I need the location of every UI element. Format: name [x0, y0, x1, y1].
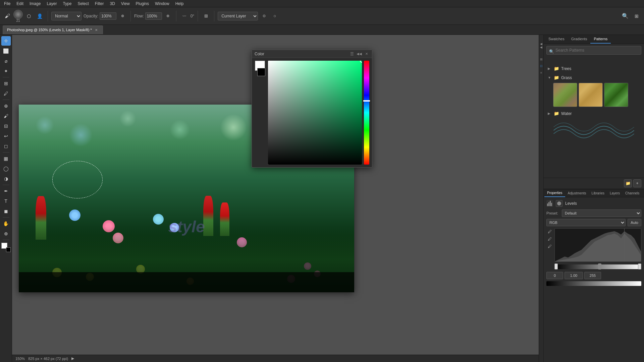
flow-group: Flow: ⊛: [134, 11, 173, 21]
color-gradient-box[interactable]: [268, 61, 362, 165]
tab-gradients[interactable]: Gradients: [568, 35, 591, 44]
tab-swatches[interactable]: Swatches: [545, 35, 568, 44]
lasso-tool[interactable]: ⌀: [1, 56, 11, 66]
symmetry-btn[interactable]: ⊞: [201, 11, 211, 21]
prop-tab-adjustments[interactable]: Adjustments: [565, 190, 589, 197]
opacity-input[interactable]: [100, 12, 116, 20]
water-group-header[interactable]: ▶ 📁 Water: [546, 110, 641, 117]
pattern-search-input[interactable]: [546, 46, 641, 55]
new-folder-btn[interactable]: 📁: [624, 179, 632, 187]
tool-sep-6: [3, 240, 9, 240]
search-btn[interactable]: 🔍: [621, 11, 630, 21]
smoothing-btn[interactable]: 〰: [180, 11, 189, 21]
sample-highlights-btn[interactable]: 🖊: [546, 243, 553, 250]
prop-tab-layers[interactable]: Layers: [607, 190, 623, 197]
histogram-area: [554, 228, 641, 270]
tool-preset-btn[interactable]: 👤: [35, 11, 44, 21]
add-pattern-btn[interactable]: +: [633, 179, 641, 187]
pen-tool[interactable]: ✒: [1, 186, 11, 196]
dodge-tool[interactable]: ◑: [1, 174, 11, 183]
hand-tool[interactable]: ✋: [1, 219, 11, 228]
tab-patterns[interactable]: Patterns: [590, 35, 611, 44]
shadow-input-value[interactable]: [546, 272, 563, 279]
gradient-input-slider[interactable]: [554, 264, 641, 269]
menu-select[interactable]: Select: [75, 1, 91, 7]
status-bar: 150% 825 px × 462 px (72 ppi) ▶: [12, 355, 539, 362]
grass-swatch-2[interactable]: [579, 83, 603, 107]
prop-tab-properties[interactable]: Properties: [544, 189, 565, 197]
bg-color-swatch[interactable]: [6, 247, 11, 252]
layer-target-options-btn[interactable]: ⊙: [259, 11, 269, 21]
heal-tool[interactable]: ⊕: [1, 101, 11, 111]
flow-input[interactable]: [145, 12, 162, 20]
color-panel-options-icon[interactable]: ☰: [349, 51, 355, 57]
preset-select[interactable]: Default: [562, 209, 641, 217]
panels-btn[interactable]: ⊞: [632, 11, 641, 21]
color-panel-header[interactable]: Color ☰ ◀◀ ✕: [252, 50, 372, 58]
shape-tool[interactable]: ◼: [1, 206, 11, 216]
output-gradient[interactable]: [546, 281, 641, 286]
collapse-btn[interactable]: ◀◀: [539, 36, 543, 56]
right-strip-btn-3[interactable]: ≡: [539, 70, 543, 76]
menu-layer[interactable]: Layer: [44, 1, 59, 7]
menu-filter[interactable]: Filter: [92, 1, 107, 7]
midtone-input-value[interactable]: [565, 272, 583, 279]
history-brush-tool[interactable]: ↩: [1, 131, 11, 141]
midtone-input-handle[interactable]: [598, 263, 601, 269]
grass-swatch-3[interactable]: [604, 83, 628, 107]
move-tool[interactable]: ✛: [1, 36, 11, 46]
layer-target-group: Current Layer ⊙ ○: [218, 11, 279, 21]
brush-tool-icon[interactable]: 🖌: [3, 11, 12, 21]
blur-tool[interactable]: ◯: [1, 164, 11, 173]
eyedropper-tool[interactable]: 🖊: [1, 89, 11, 98]
zoom-tool[interactable]: ⊕: [1, 229, 11, 238]
right-panel: Swatches Gradients Patterns 🔍 ▶ 📁: [543, 35, 644, 362]
crop-tool[interactable]: ⊞: [1, 79, 11, 88]
right-strip-btn-1[interactable]: ⊞: [539, 56, 543, 62]
document-tab[interactable]: Photoshop.jpeg @ 150% (Levels 1, Layer M…: [3, 25, 103, 34]
sample-midtones-btn[interactable]: 🖊: [546, 236, 553, 242]
shadow-input-handle[interactable]: [554, 263, 558, 269]
color-bg-swatch[interactable]: [257, 68, 265, 76]
brush-tool[interactable]: 🖌: [1, 111, 11, 121]
prop-tab-paths[interactable]: Paths: [642, 190, 644, 197]
channel-select[interactable]: RGB: [546, 219, 626, 226]
gradient-tool[interactable]: ▦: [1, 154, 11, 163]
status-arrow[interactable]: ▶: [71, 356, 74, 361]
menu-plugins[interactable]: Plugins: [133, 1, 152, 7]
pressure-btn[interactable]: ○: [270, 11, 279, 21]
sample-shadows-btn[interactable]: 🖊: [546, 228, 553, 235]
grass-swatch-1[interactable]: [553, 83, 577, 107]
menu-edit[interactable]: Edit: [14, 1, 26, 7]
auto-btn[interactable]: Auto: [628, 219, 641, 226]
menu-image[interactable]: Image: [27, 1, 43, 7]
highlight-input-handle[interactable]: [638, 263, 641, 269]
magic-wand-tool[interactable]: ✦: [1, 66, 11, 76]
trees-group-header[interactable]: ▶ 📁 Trees: [546, 65, 641, 72]
right-strip-btn-2[interactable]: ⊟: [539, 63, 543, 69]
text-tool[interactable]: T: [1, 196, 11, 206]
color-panel-close-btn[interactable]: ✕: [364, 51, 369, 57]
menu-type[interactable]: Type: [60, 1, 74, 7]
prop-tab-libraries[interactable]: Libraries: [589, 190, 607, 197]
brush-shape-btn[interactable]: ⬡: [24, 11, 34, 21]
select-rect-tool[interactable]: ⬜: [1, 46, 11, 56]
eraser-tool[interactable]: ◻: [1, 141, 11, 151]
menu-help[interactable]: Help: [173, 1, 186, 7]
stamp-tool[interactable]: ⊟: [1, 121, 11, 131]
blend-mode-select[interactable]: Normal: [51, 12, 82, 20]
highlight-input-value[interactable]: [584, 272, 601, 279]
layer-target-select[interactable]: Current Layer: [218, 12, 258, 20]
opacity-btn[interactable]: ⊛: [118, 11, 127, 21]
menu-window[interactable]: Window: [152, 1, 172, 7]
color-panel-collapse-btn[interactable]: ◀◀: [357, 51, 362, 57]
menu-3d[interactable]: 3D: [107, 1, 117, 7]
prop-tab-channels[interactable]: Channels: [623, 190, 642, 197]
menu-file[interactable]: File: [1, 1, 13, 7]
menu-view[interactable]: View: [118, 1, 132, 7]
document-tab-close[interactable]: ✕: [94, 27, 99, 32]
levels-mode-toggle[interactable]: [556, 200, 562, 207]
color-hue-slider[interactable]: [364, 61, 369, 165]
flow-btn[interactable]: ⊛: [163, 11, 173, 21]
grass-group-header[interactable]: ▼ 📁 Grass: [546, 74, 641, 81]
